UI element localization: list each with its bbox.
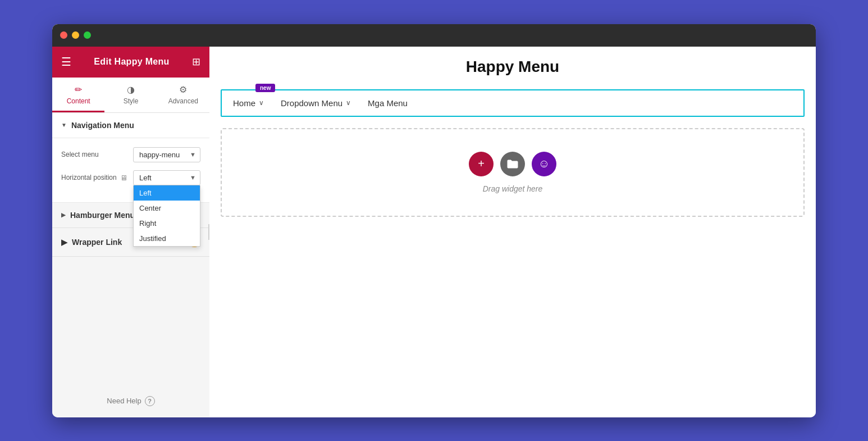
maximize-button[interactable] <box>84 31 91 39</box>
new-badge: new <box>255 84 275 92</box>
nav-item-mga-menu[interactable]: Mga Menu <box>368 98 408 108</box>
nav-item-home[interactable]: Home ∨ <box>233 98 264 108</box>
drag-buttons: + ☺ <box>469 152 556 176</box>
horizontal-position-label: Horizontal position 🖥 <box>61 174 133 182</box>
select-menu-row: Select menu happy-menu main-menu footer-… <box>61 147 200 162</box>
nav-item-dropdown-label: Dropdown Menu <box>281 98 342 108</box>
horizontal-position-field[interactable]: Left Center Right Justified <box>133 170 200 185</box>
style-tab-label: Style <box>124 97 139 105</box>
page-title: Happy Menu <box>221 58 805 76</box>
nav-menu-arrow: ▼ <box>61 122 67 128</box>
window-controls <box>60 31 91 39</box>
add-widget-button[interactable]: + <box>469 152 494 176</box>
nav-widget: new Home ∨ Dropdown Menu ∨ Mga Menu <box>221 89 805 117</box>
tabs-row: ✏ Content ◑ Style ⚙ Advanced <box>52 78 209 113</box>
option-justified[interactable]: Justified <box>134 231 200 246</box>
hamburger-menu-label: Hamburger Menu <box>70 211 135 220</box>
wrapper-link-left: ▶ Wrapper Link <box>61 238 122 247</box>
nav-item-home-label: Home <box>233 98 255 108</box>
browser-window: ☰ Edit Happy Menu ⊞ ✏ Content ◑ Style ⚙ … <box>52 24 816 417</box>
nav-item-mga-label: Mga Menu <box>368 98 408 108</box>
main-content: Happy Menu new Home ∨ Dropdown Menu ∨ Mg… <box>209 47 816 417</box>
help-icon[interactable]: ? <box>145 396 155 406</box>
folder-button[interactable] <box>500 152 525 176</box>
hamburger-arrow: ▶ <box>61 212 66 218</box>
tab-content[interactable]: ✏ Content <box>52 78 104 112</box>
nav-item-dropdown-menu[interactable]: Dropdown Menu ∨ <box>281 98 351 108</box>
content-tab-label: Content <box>67 97 90 105</box>
grid-icon[interactable]: ⊞ <box>192 56 200 68</box>
tab-style[interactable]: ◑ Style <box>104 78 157 112</box>
hamburger-menu-icon[interactable]: ☰ <box>61 55 71 69</box>
wrapper-link-label: Wrapper Link <box>72 238 122 247</box>
select-menu-field[interactable]: happy-menu main-menu footer-menu <box>133 147 200 162</box>
option-center[interactable]: Center <box>134 201 200 216</box>
navigation-menu-section-body: Select menu happy-menu main-menu footer-… <box>52 138 209 203</box>
advanced-tab-icon: ⚙ <box>179 84 187 95</box>
browser-body: ☰ Edit Happy Menu ⊞ ✏ Content ◑ Style ⚙ … <box>52 47 816 417</box>
content-tab-icon: ✏ <box>75 84 82 95</box>
close-button[interactable] <box>60 31 67 39</box>
monitor-icon: 🖥 <box>120 174 127 182</box>
horizontal-position-wrapper: Left Center Right Justified ▼ Left Cente… <box>133 170 200 185</box>
wrapper-link-arrow: ▶ <box>61 238 67 247</box>
select-menu-wrapper: happy-menu main-menu footer-menu ▼ <box>133 147 200 162</box>
sidebar-title: Edit Happy Menu <box>94 57 169 67</box>
nav-menu-bar: Home ∨ Dropdown Menu ∨ Mga Menu <box>222 90 803 116</box>
tab-advanced[interactable]: ⚙ Advanced <box>157 78 209 112</box>
happy-button[interactable]: ☺ <box>532 152 556 176</box>
browser-titlebar <box>52 24 816 47</box>
navigation-menu-section-header[interactable]: ▼ Navigation Menu <box>52 113 209 138</box>
horizontal-position-text: Horizontal position <box>61 174 117 181</box>
drag-area: + ☺ Drag widget here <box>221 128 805 217</box>
navigation-menu-label: Navigation Menu <box>71 121 134 130</box>
advanced-tab-label: Advanced <box>168 97 198 105</box>
sidebar-header: ☰ Edit Happy Menu ⊞ <box>52 47 209 78</box>
sidebar-content: ▼ Navigation Menu Select menu happy-menu… <box>52 113 209 385</box>
select-menu-label: Select menu <box>61 151 133 158</box>
sidebar-collapse-toggle[interactable]: ‹ <box>208 224 209 240</box>
need-help-section: Need Help ? <box>52 385 209 417</box>
style-tab-icon: ◑ <box>127 84 135 95</box>
home-chevron: ∨ <box>259 99 264 107</box>
option-left[interactable]: Left <box>134 185 200 201</box>
dropdown-menu-chevron: ∨ <box>346 99 351 107</box>
option-right[interactable]: Right <box>134 216 200 231</box>
need-help-text: Need Help <box>107 397 141 405</box>
drag-text: Drag widget here <box>483 184 543 193</box>
minimize-button[interactable] <box>72 31 79 39</box>
horizontal-position-row: Horizontal position 🖥 Left Center Right … <box>61 170 200 185</box>
horizontal-position-dropdown: Left Center Right Justified <box>133 185 200 247</box>
sidebar: ☰ Edit Happy Menu ⊞ ✏ Content ◑ Style ⚙ … <box>52 47 209 417</box>
